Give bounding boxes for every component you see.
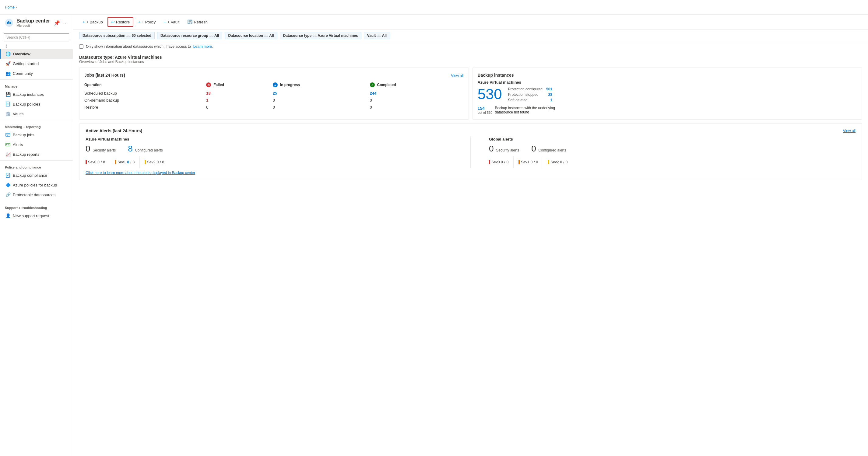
sidebar-item-alerts[interactable]: Alerts [0,140,73,150]
filter-subscription[interactable]: Datasource subscription == 60 selected [79,32,155,39]
app-logo-icon [5,19,13,27]
filter-subscription-value: 60 selected [131,33,151,38]
sev2-total: 8 [162,160,164,164]
jobs-view-all-link[interactable]: View all [451,74,463,78]
svg-rect-11 [6,144,7,145]
job-completed-2: 0 [370,104,464,111]
job-op-2: Restore [84,104,206,111]
job-completed-0[interactable]: 244 [370,90,464,97]
filter-vault[interactable]: Vault == All [364,32,390,39]
breadcrumb-home[interactable]: Home [5,5,14,9]
alerts-azure-configured: 8 Configured alerts [128,144,163,154]
section-title: Datasource type: Azure Virtual machines [79,55,862,60]
alerts-global-configured-label: Configured alerts [538,148,566,153]
sidebar-label-getting-started: Getting started [13,61,39,66]
filter-resource-group[interactable]: Datasource resource group == All [157,32,222,39]
failed-status-icon: ✕ [206,83,211,87]
alerts-azure-security-count: 0 [86,144,90,153]
sidebar-item-getting-started[interactable]: 🚀 Getting started [0,59,73,68]
more-options-icon[interactable]: ⋯ [63,20,68,26]
job-inprogress-1: 0 [273,97,370,104]
sev2-bar-icon [145,160,146,164]
sev1-total: 8 [132,160,134,164]
filter-bar: Datasource subscription == 60 selected D… [73,30,868,42]
vault-plus-icon: + [163,20,166,24]
sidebar-item-new-support[interactable]: 👤 New support request [0,211,73,221]
restore-icon: ↩ [111,20,115,24]
backup-stat-value-1[interactable]: 28 [548,93,552,97]
restore-button[interactable]: ↩ Restore [107,17,134,27]
backup-sub-number[interactable]: 154 [478,106,493,111]
alerts-azure-sev0: Sev0 0/8 [86,160,105,164]
collapse-sidebar-btn[interactable]: 《 [0,44,73,49]
overview-icon: 🌐 [5,52,10,56]
cards-row-1: Jobs (last 24 Hours) View all Operation … [73,65,868,123]
pin-icon[interactable]: 📌 [54,20,60,26]
svg-rect-13 [9,144,9,145]
learn-more-link[interactable]: Learn more. [193,44,213,49]
sidebar-item-backup-jobs[interactable]: Backup jobs [0,130,73,140]
alerts-azure-security-label: Security alerts [93,148,116,153]
alerts-global-configured-count: 0 [531,144,536,153]
access-filter-checkbox[interactable] [79,44,84,49]
alerts-global-security: 0 Security alerts [489,144,519,154]
alerts-global-section: Global alerts 0 Security alerts 0 Config… [489,137,856,168]
filter-vault-text: Vault == [367,33,382,38]
alerts-azure-counts: 0 Security alerts 8 Configured alerts [86,144,452,154]
alerts-title-row: Active Alerts (last 24 Hours) View all [86,128,856,133]
filter-location[interactable]: Datasource location == All [225,32,277,39]
sev1-current[interactable]: 8 [127,160,129,164]
sidebar-item-protectable-datasources[interactable]: 🔗 Protectable datasources [0,190,73,200]
vault-button[interactable]: + + Vault [160,17,183,27]
jobs-col-completed: ✓ Completed [370,81,464,90]
backup-stat-label-1: Protection stopped [508,93,538,97]
job-failed-0[interactable]: 18 [206,90,273,97]
community-icon: 👥 [5,71,10,76]
sidebar-item-community[interactable]: 👥 Community [0,68,73,78]
sidebar-label-protectable-datasources: Protectable datasources [13,193,55,197]
svg-rect-12 [8,144,8,145]
sidebar-item-backup-instances[interactable]: 💾 Backup instances [0,90,73,99]
jobs-col-operation: Operation [84,81,206,90]
sidebar: Backup center Microsoft 📌 ⋯ 《 🌐 Overview… [0,14,73,456]
divider-policy [0,160,73,161]
alerts-azure-configured-label: Configured alerts [135,148,162,153]
filter-resource-group-text: Datasource resource group == [160,33,214,38]
access-filter-row: Only show information about datasources … [73,42,868,51]
filter-datasource-type-text: Datasource type == [283,33,318,38]
filter-datasource-type[interactable]: Datasource type == Azure Virtual machine… [280,32,362,39]
backup-big-number[interactable]: 530 [478,87,502,102]
sidebar-item-vaults[interactable]: 🏛️ Vaults [0,109,73,119]
job-inprogress-0[interactable]: 25 [273,90,370,97]
alerts-global-sev2: Sev2 0/0 [548,160,567,164]
alerts-global-configured: 0 Configured alerts [531,144,566,154]
jobs-table: Operation ✕ Failed ● In progress [84,81,464,111]
sev0-current: 0 [97,160,99,164]
alerts-global-sev0: Sev0 0/0 [489,160,508,164]
divider-monitoring [0,120,73,120]
section-header: Datasource type: Azure Virtual machines … [73,51,868,65]
vaults-icon: 🏛️ [5,111,10,116]
sidebar-item-backup-compliance[interactable]: Backup compliance [0,170,73,180]
alerts-global-title: Global alerts [489,137,856,141]
alerts-card-title: Active Alerts (last 24 Hours) [86,128,142,133]
policy-button[interactable]: + + Policy [134,17,159,27]
sidebar-item-backup-policies[interactable]: Backup policies [0,99,73,109]
alerts-view-all-link[interactable]: View all [843,129,856,133]
backup-card-title: Backup instances [478,73,857,77]
refresh-icon: 🔄 [187,20,192,24]
refresh-button[interactable]: 🔄 Refresh [184,17,211,27]
backup-stat-value-0[interactable]: 501 [546,87,552,91]
backup-stat-value-2[interactable]: 1 [550,98,552,102]
sidebar-item-backup-reports[interactable]: 📈 Backup reports [0,150,73,159]
plus-icon: + [83,20,85,24]
search-input[interactable] [4,33,69,41]
sidebar-item-overview[interactable]: 🌐 Overview [0,49,73,59]
job-failed-1[interactable]: 1 [206,97,273,104]
jobs-col-inprogress: ● In progress [273,81,370,90]
backup-card-type: Azure Virtual machines [478,80,857,85]
alerts-info-link[interactable]: Click here to learn more about the alert… [86,171,856,175]
sidebar-item-azure-policies[interactable]: 🔷 Azure policies for backup [0,180,73,190]
main-content: + + Backup ↩ Restore + + Policy + + Vaul… [73,14,868,456]
backup-button[interactable]: + + Backup [79,17,106,27]
